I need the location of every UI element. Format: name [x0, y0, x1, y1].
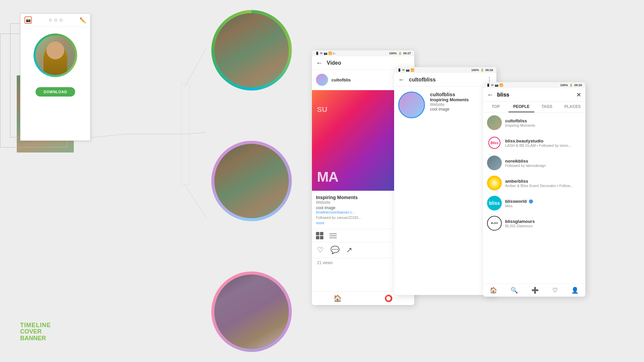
phone1-back-button[interactable]: ← — [316, 59, 323, 67]
center-circles-section — [188, 0, 315, 362]
circle-pink-photo — [214, 275, 289, 349]
phone2-status-right: 100% 🔋 09:26 — [471, 68, 493, 72]
result-3-username: noreikbliss — [505, 159, 581, 164]
circle-purple-photo — [214, 144, 289, 218]
circle-purple — [211, 141, 292, 221]
grid-view-icon[interactable] — [316, 232, 323, 239]
search-result-3[interactable]: noreikbliss Followed by latmudesign — [483, 153, 585, 173]
dot-1 — [49, 19, 52, 21]
phone1-signal: 100% — [389, 52, 397, 55]
circle-pink-item — [211, 272, 292, 352]
result-5-username: blissworld — [505, 199, 581, 204]
phone1-share-icon[interactable]: ↗ — [346, 246, 352, 254]
search-result-5[interactable]: bliss blissworld bliss — [483, 193, 585, 213]
camera-icon: 📷 — [24, 16, 32, 24]
result-3-avatar — [487, 156, 502, 170]
phone3-status-bar: 📱✉📷📶 100%🔋09:26 — [483, 82, 585, 88]
phone1-nav-title: Video — [327, 60, 410, 66]
download-button[interactable]: DOWNLOAD — [36, 87, 75, 97]
phone-screen-2: 📱✉📷📶 100% 🔋 09:26 ← cultofbliss ⋮ cultof… — [394, 67, 496, 295]
phone-editor-header: 📷 ✏️ — [20, 14, 90, 27]
phone3-status-left: 📱✉📷📶 — [486, 83, 503, 87]
phone2-profile-section: cultofbliss Inspiring Moments Website co… — [394, 86, 496, 123]
phone2-status-bar: 📱✉📷📶 100% 🔋 09:26 — [394, 67, 496, 73]
phone2-back-button[interactable]: ← — [398, 76, 405, 83]
brand-line-2: COVER — [20, 328, 51, 335]
phone1-video-time: SU — [317, 105, 327, 114]
result-5-subtitle: bliss — [505, 204, 581, 208]
result-6-avatar: BLISS — [487, 216, 502, 231]
dot-2 — [54, 19, 57, 21]
download-section: DOWNLOAD — [20, 87, 90, 97]
result-5-info: blissworld bliss — [505, 199, 581, 208]
left-section: 📷 ✏️ DOWNLOAD — [0, 0, 188, 362]
verified-badge — [529, 199, 533, 203]
search-result-2[interactable]: Bliss bliss.beautystudio LASH & BB GLAM … — [483, 133, 585, 153]
result-3-info: noreikbliss Followed by latmudesign — [505, 159, 581, 168]
phone1-views-count: 21 views — [317, 260, 333, 265]
phone1-like-icon[interactable]: ♡ — [317, 246, 324, 254]
circle-green-photo — [214, 13, 289, 87]
result-4-avatar — [487, 176, 502, 190]
result-4-subtitle: Amber & Bliss Event Decorator • Follow..… — [505, 184, 581, 188]
editor-girl-photo — [36, 36, 75, 75]
phone3-search-title: bliss — [497, 92, 573, 98]
brand-logo: TIMELINE COVER BANNER — [20, 322, 51, 342]
phone3-home-icon[interactable]: 🏠 — [490, 287, 497, 294]
tab-tags[interactable]: TAGS — [534, 102, 560, 112]
result-6-username: blissglamours — [505, 219, 581, 224]
phone1-video-overlay: MA — [317, 170, 338, 184]
phone-screen-3: 📱✉📷📶 100%🔋09:26 ← bliss ✕ TOP PEOPLE TAG… — [483, 82, 585, 297]
editor-circle-inner — [36, 36, 75, 75]
list-view-icon[interactable] — [329, 232, 337, 239]
result-4-info: amberbliss Amber & Bliss Event Decorator… — [505, 179, 581, 188]
result-2-info: bliss.beautystudio LASH & BB GLAM • Foll… — [505, 138, 581, 147]
phone1-comment-icon[interactable]: 💬 — [330, 246, 339, 254]
result-6-subtitle: BLISS Glamours — [505, 224, 581, 228]
phone-editor-content — [20, 27, 90, 84]
phone1-search-icon[interactable]: ⭕ — [384, 294, 393, 302]
phone-dots — [49, 19, 62, 21]
phone3-bottom-nav: 🏠 🔍 ➕ ♡ 👤 — [483, 284, 585, 297]
result-2-username: bliss.beautystudio — [505, 138, 581, 143]
result-1-info: cultofbliss Inspiring Moments — [505, 118, 581, 127]
phone2-time: 09:26 — [485, 68, 493, 72]
result-5-avatar: bliss — [487, 196, 502, 210]
search-result-6[interactable]: BLISS blissglamours BLISS Glamours — [483, 213, 585, 233]
search-result-1[interactable]: cultofbliss Inspiring Moments — [483, 113, 585, 133]
phone1-profile-avatar — [316, 74, 328, 86]
result-1-username: cultofbliss — [505, 118, 581, 123]
search-result-4[interactable]: amberbliss Amber & Bliss Event Decorator… — [483, 173, 585, 193]
phone2-nav-title: cultofbliss — [409, 77, 482, 83]
circle-purple-item — [211, 141, 292, 221]
result-1-subtitle: Inspiring Moments — [505, 123, 581, 127]
phone1-profile-name[interactable]: cultofblis — [331, 77, 351, 82]
phone1-status-bar: 📱✉📷📶▷ 100% 🔋 09:27 — [312, 50, 414, 56]
phone3-back-button[interactable]: ← — [487, 91, 494, 99]
result-3-subtitle: Followed by latmudesign — [505, 164, 581, 168]
result-6-info: blissglamours BLISS Glamours — [505, 219, 581, 228]
phone2-signal: 100% — [471, 68, 479, 72]
tab-places[interactable]: PLACES — [560, 102, 585, 112]
phone3-search-tabs: TOP PEOPLE TAGS PLACES — [483, 102, 585, 113]
phone-editor-mockup: 📷 ✏️ DOWNLOAD — [20, 13, 91, 141]
phone1-status-left: 📱✉📷📶▷ — [315, 52, 335, 55]
phone1-status-right: 100% 🔋 09:27 — [389, 52, 411, 55]
brand-line-1: TIMELINE — [20, 322, 51, 329]
result-2-avatar: Bliss — [487, 135, 502, 150]
phone1-home-icon[interactable]: 🏠 — [333, 294, 342, 302]
phone3-close-button[interactable]: ✕ — [576, 91, 581, 99]
tab-top[interactable]: TOP — [483, 102, 508, 112]
edit-icon: ✏️ — [79, 17, 86, 23]
tab-people[interactable]: PEOPLE — [508, 102, 534, 112]
circle-green — [211, 10, 292, 90]
circle-green-item — [211, 10, 292, 90]
phone1-time: 09:27 — [403, 52, 411, 55]
phone2-nav: ← cultofbliss ⋮ — [394, 73, 496, 86]
phone3-search-icon[interactable]: 🔍 — [511, 287, 518, 294]
result-2-subtitle: LASH & BB GLAM • Followed by isimo... — [505, 143, 581, 147]
phone3-profile-icon[interactable]: 👤 — [571, 287, 579, 294]
phone3-heart-icon[interactable]: ♡ — [552, 287, 558, 294]
phone3-add-icon[interactable]: ➕ — [531, 287, 539, 294]
phone2-profile-avatar — [398, 92, 425, 118]
